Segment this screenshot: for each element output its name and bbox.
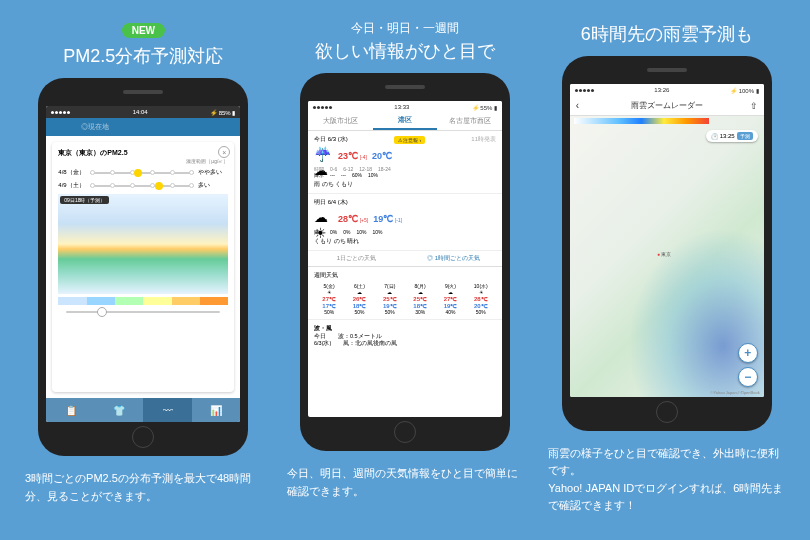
desc-2: 今日、明日、週間の天気情報をひと目で簡単に確認できます。 — [287, 465, 524, 500]
week-title: 週間天気 — [314, 271, 496, 280]
wave-title: 波・風 — [314, 324, 496, 333]
today-weather-icon: ☔☁ — [314, 146, 334, 166]
view-tab-hourly[interactable]: ◎ 1時間ごとの天気 — [405, 251, 502, 266]
pm-map-label: 09日18時（予測） — [60, 196, 109, 204]
week-day: 5(金)☀27℃17℃50% — [314, 283, 344, 315]
phone-2: 13:33 ⚡ 55% ▮ 大阪市北区 港区 名古屋市西区 今日 6/3 (水)… — [300, 73, 510, 451]
pm-location: 東京（東京）のPM2.5 — [58, 148, 228, 158]
pm-row-1: 4/9（土） 多い — [58, 181, 228, 190]
radar-legend — [574, 118, 710, 124]
tomorrow-weather-icon: ☁☀ — [314, 209, 334, 229]
loc-tab-0[interactable]: 大阪市北区 — [308, 113, 373, 130]
today-section: 今日 6/3 (水) ⚠ 注意報 › 11時発表 ☔☁ 23℃ [-4] 20℃… — [308, 131, 502, 194]
week-day: 8(月)☁25℃18℃30% — [405, 283, 435, 315]
desc-1: 3時間ごとのPM2.5の分布予測を最大で48時間分、見ることができます。 — [25, 470, 262, 505]
statusbar-2: 13:33 ⚡ 55% ▮ — [308, 101, 502, 113]
timeline[interactable] — [58, 305, 228, 319]
pm-slider-0[interactable] — [90, 172, 194, 174]
pm-date-1: 4/9（土） — [58, 181, 90, 190]
pm-tab-other[interactable] — [143, 118, 240, 136]
week-day: 10(水)☀28℃20℃50% — [466, 283, 496, 315]
status-battery: ⚡ 85% ▮ — [210, 109, 235, 116]
pm-card: × 東京（東京）のPM2.5 濃度範囲［μg/㎥］ 4/8（金） やや多い 4/… — [52, 142, 234, 392]
alert-badge[interactable]: ⚠ 注意報 › — [394, 136, 425, 144]
statusbar-1: 14:04 ⚡ 85% ▮ — [46, 106, 240, 118]
new-badge: NEW — [122, 23, 165, 38]
pm-row-0: 4/8（金） やや多い — [58, 168, 228, 177]
map-time-chip[interactable]: 🕐 13:25 予測 — [706, 130, 758, 142]
pm-level-1: 多い — [198, 181, 228, 190]
today-lo: 20℃ — [372, 151, 392, 161]
today-date: 今日 6/3 (水) — [314, 135, 348, 144]
pm-level-0: やや多い — [198, 168, 228, 177]
location-tabs: 大阪市北区 港区 名古屋市西区 — [308, 113, 502, 131]
radar-map[interactable]: 🕐 13:25 予測 東京 + − ©Yahoo Japan,©OpenBook — [570, 116, 764, 397]
col-pm25: NEW PM2.5分布予測対応 14:04 ⚡ 85% ▮ ◎現在地 × 東京（… — [25, 20, 262, 515]
share-icon[interactable]: ⇧ — [750, 101, 758, 111]
title-2: 欲しい情報がひと目で — [315, 39, 495, 63]
zoom-out-button[interactable]: − — [738, 367, 758, 387]
pm-tabs: ◎現在地 — [46, 118, 240, 136]
status-time: 14:04 — [133, 109, 148, 115]
subtitle-2: 今日・明日・一週間 — [315, 20, 495, 37]
header-3: 6時間先の雨雲予測も — [581, 20, 753, 46]
desc-3: 雨雲の様子をひと目で確認でき、外出時に便利です。 Yahoo! JAPAN ID… — [548, 445, 785, 515]
title-3: 6時間先の雨雲予測も — [581, 22, 753, 46]
back-icon[interactable]: ‹ — [576, 100, 579, 111]
status-time-2: 13:33 — [394, 104, 409, 110]
navbar-3: ‹ 雨雲ズームレーダー ⇧ — [570, 96, 764, 116]
view-tab-daily[interactable]: 1日ごとの天気 — [308, 251, 405, 266]
pm-tab-current[interactable]: ◎現在地 — [46, 118, 143, 136]
tab-icon-4[interactable]: 📊 — [192, 398, 241, 422]
week-day: 9(火)☁27℃19℃40% — [435, 283, 465, 315]
phone-3: 13:26 ⚡ 100% ▮ ‹ 雨雲ズームレーダー ⇧ 🕐 13:25 予測 … — [562, 56, 772, 431]
tab-icon-3[interactable]: 〰 — [143, 398, 192, 422]
view-tabs: 1日ごとの天気 ◎ 1時間ごとの天気 — [308, 251, 502, 267]
loc-tab-2[interactable]: 名古屋市西区 — [437, 113, 502, 130]
week-day: 6(土)☁26℃18℃50% — [344, 283, 374, 315]
pm-unit: 濃度範囲［μg/㎥］ — [58, 158, 228, 164]
loc-tab-1[interactable]: 港区 — [373, 113, 438, 130]
zoom-controls: + − — [738, 343, 758, 387]
map-copyright: ©Yahoo Japan,©OpenBook — [710, 390, 759, 395]
phone-1: 14:04 ⚡ 85% ▮ ◎現在地 × 東京（東京）のPM2.5 濃度範囲［μ… — [38, 78, 248, 456]
status-battery-3: ⚡ 100% ▮ — [730, 87, 759, 94]
pm-map[interactable]: 09日18時（予測） — [58, 194, 228, 294]
pm-slider-1[interactable] — [90, 185, 194, 187]
statusbar-3: 13:26 ⚡ 100% ▮ — [570, 84, 764, 96]
screen-1: 14:04 ⚡ 85% ▮ ◎現在地 × 東京（東京）のPM2.5 濃度範囲［μ… — [46, 106, 240, 422]
title-1: PM2.5分布予測対応 — [63, 44, 223, 68]
week-section: 週間天気 5(金)☀27℃17℃50%6(土)☁26℃18℃50%7(日)☁25… — [308, 267, 502, 319]
city-tokyo: 東京 — [657, 251, 671, 257]
header-2: 今日・明日・一週間 欲しい情報がひと目で — [315, 20, 495, 63]
header-1: NEW PM2.5分布予測対応 — [63, 20, 223, 68]
status-battery-2: ⚡ 55% ▮ — [472, 104, 497, 111]
bottom-tabs: 📋 👕 〰 📊 — [46, 398, 240, 422]
tomorrow-desc: くもり のち 晴れ — [314, 237, 496, 246]
tomorrow-date: 明日 6/4 (木) — [314, 198, 348, 207]
forecast-button[interactable]: 予測 — [737, 132, 753, 140]
close-icon[interactable]: × — [218, 146, 230, 158]
col-forecast: 今日・明日・一週間 欲しい情報がひと目で 13:33 ⚡ 55% ▮ 大阪市北区… — [287, 20, 524, 515]
tab-icon-1[interactable]: 📋 — [46, 398, 95, 422]
screen-3: 13:26 ⚡ 100% ▮ ‹ 雨雲ズームレーダー ⇧ 🕐 13:25 予測 … — [570, 84, 764, 397]
status-time-3: 13:26 — [654, 87, 669, 93]
today-hi: 23℃ — [338, 151, 358, 161]
pm-scale — [58, 297, 228, 305]
screen-2: 13:33 ⚡ 55% ▮ 大阪市北区 港区 名古屋市西区 今日 6/3 (水)… — [308, 101, 502, 417]
update-time: 11時発表 — [471, 135, 496, 144]
tomorrow-section: 明日 6/4 (木) ☁☀ 28℃ [+5] 19℃ [-1] 降水 0%0%1… — [308, 194, 502, 251]
pm-date-0: 4/8（金） — [58, 168, 90, 177]
week-day: 7(日)☁25℃19℃50% — [375, 283, 405, 315]
today-desc: 雨 のち くもり — [314, 180, 496, 189]
tab-icon-2[interactable]: 👕 — [95, 398, 144, 422]
week-grid: 5(金)☀27℃17℃50%6(土)☁26℃18℃50%7(日)☁25℃19℃5… — [314, 283, 496, 315]
nav-title: 雨雲ズームレーダー — [631, 100, 703, 111]
col-radar: 6時間先の雨雲予測も 13:26 ⚡ 100% ▮ ‹ 雨雲ズームレーダー ⇧ … — [548, 20, 785, 515]
zoom-in-button[interactable]: + — [738, 343, 758, 363]
wave-section: 波・風 今日波：0.5メートル 6/3(水)風：北の風後南の風 — [308, 319, 502, 351]
